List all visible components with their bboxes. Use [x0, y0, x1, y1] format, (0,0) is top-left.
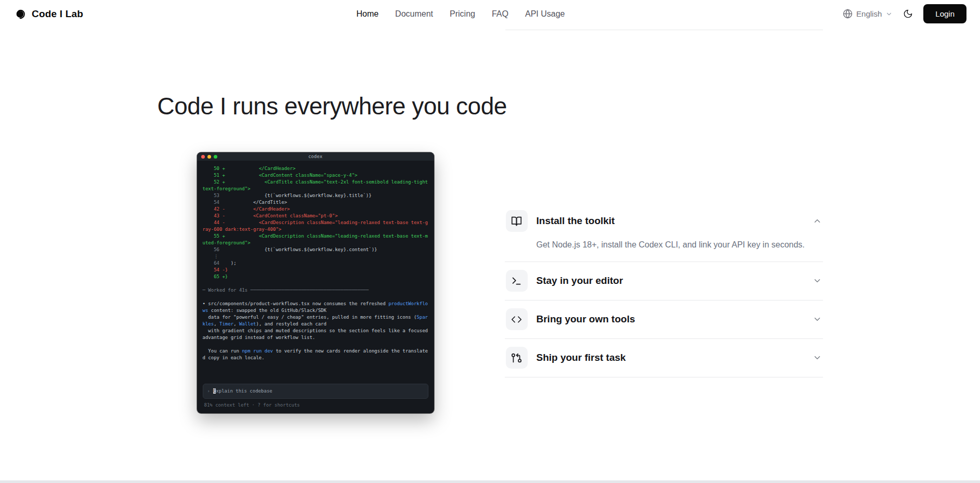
book-open-icon — [506, 210, 528, 232]
accordion-header-install[interactable]: Install the toolkit — [506, 210, 822, 232]
nav-item-home[interactable]: Home — [356, 9, 378, 19]
nav-item-api-usage[interactable]: API Usage — [525, 9, 565, 19]
chevron-down-icon[interactable] — [813, 315, 822, 324]
terminal-line: 64 ); — [203, 260, 428, 267]
chevron-up-icon[interactable] — [813, 216, 822, 226]
terminal-line: 43 - <CardContent className="pt-0"> — [203, 213, 428, 219]
terminal-line — [203, 341, 428, 348]
terminal-line: data for "powerful / easy / cheap" entri… — [203, 314, 428, 328]
accordion-title: Bring your own tools — [537, 314, 635, 325]
nav-item-pricing[interactable]: Pricing — [450, 9, 475, 19]
terminal-icon — [506, 270, 528, 292]
maximize-window-icon[interactable] — [214, 155, 217, 159]
accordion-title: Stay in your editor — [537, 275, 623, 286]
spiral-logo-icon — [14, 7, 27, 21]
terminal-line: 50 + </CardHeader> — [203, 165, 428, 172]
terminal-line: ⋮ — [203, 253, 428, 260]
terminal-line: with gradient chips and muted descriptio… — [203, 328, 428, 341]
terminal-line: 54 -} — [203, 267, 428, 273]
prompt-text: Explain this codebase — [213, 388, 272, 395]
moon-icon — [903, 9, 913, 19]
terminal-line: 51 + <CardContent className="space-y-4"> — [203, 172, 428, 179]
terminal-body: 50 + </CardHeader> 51 + <CardContent cla… — [197, 161, 434, 413]
terminal-line — [203, 280, 428, 287]
globe-icon — [843, 9, 853, 19]
next-section-edge — [0, 480, 980, 483]
theme-toggle[interactable] — [903, 9, 913, 19]
accordion-item-ship: Ship your first task — [505, 339, 823, 377]
terminal-line: 52 + <CardTitle className="text-2xl font… — [203, 179, 428, 192]
terminal-line: 55 + <CardDescription className="leading… — [203, 233, 428, 246]
terminal-window: codex 50 + </CardHeader> 51 + <CardConte… — [197, 152, 434, 413]
terminal-line: • src/components/product-workflows.tsx n… — [203, 301, 428, 314]
terminal-line: 65 +} — [203, 273, 428, 280]
brand-name: Code I Lab — [32, 8, 83, 20]
accordion-header-ship[interactable]: Ship your first task — [506, 347, 822, 369]
terminal-line: ─ Worked for 41s ───────────────────────… — [203, 287, 428, 294]
brand[interactable]: Code I Lab — [14, 7, 83, 21]
feature-accordion: Install the toolkit Get Node.js 18+, ins… — [505, 152, 823, 377]
terminal-line: 56 {t(`workflows.${workflow.key}.content… — [203, 246, 428, 253]
git-pull-request-icon — [506, 347, 528, 369]
terminal-line: 44 - <CardDescription className="leading… — [203, 219, 428, 233]
prompt-caret: › — [207, 388, 210, 395]
nav-item-faq[interactable]: FAQ — [492, 9, 508, 19]
nav-item-document[interactable]: Document — [395, 9, 433, 19]
terminal-line: 53 {t(`workflows.${workflow.key}.title`)… — [203, 192, 428, 199]
accordion-description: Get Node.js 18+, install the Codex CLI, … — [537, 239, 819, 251]
language-label: English — [856, 9, 882, 18]
close-window-icon[interactable] — [201, 155, 205, 159]
chevron-down-icon[interactable] — [813, 353, 822, 362]
terminal-line: 42 - </CardHeader> — [203, 206, 428, 213]
top-nav: Code I Lab Home Document Pricing FAQ API… — [0, 0, 980, 28]
accordion-item-tools: Bring your own tools — [505, 301, 823, 339]
accordion-item-install: Install the toolkit Get Node.js 18+, ins… — [505, 202, 823, 262]
window-controls[interactable] — [201, 155, 217, 159]
scrolled-section-divider — [505, 30, 823, 30]
terminal-titlebar: codex — [197, 152, 434, 161]
minimize-window-icon[interactable] — [207, 155, 211, 159]
terminal-prompt-input[interactable]: › Explain this codebase — [203, 384, 428, 399]
accordion-header-editor[interactable]: Stay in your editor — [506, 270, 822, 292]
accordion-item-editor: Stay in your editor — [505, 262, 823, 301]
terminal-line: 54 </CardTitle> — [203, 199, 428, 206]
main-nav: Home Document Pricing FAQ API Usage — [356, 9, 565, 19]
language-selector[interactable]: English — [843, 9, 893, 19]
page-title: Code I runs everywhere you code — [158, 92, 823, 120]
login-button[interactable]: Login — [923, 4, 966, 23]
terminal-demo: codex 50 + </CardHeader> 51 + <CardConte… — [197, 152, 434, 413]
accordion-title: Install the toolkit — [537, 215, 615, 227]
terminal-title: codex — [308, 154, 322, 159]
terminal-line: You can run npm run dev to verify the ne… — [203, 348, 428, 361]
terminal-line — [203, 294, 428, 301]
main-content: Code I runs everywhere you code codex 50… — [158, 92, 823, 413]
accordion-title: Ship your first task — [537, 352, 626, 363]
terminal-lines: 50 + </CardHeader> 51 + <CardContent cla… — [203, 165, 428, 361]
code-icon — [506, 308, 528, 330]
header-right: English Login — [843, 4, 966, 23]
terminal-status-bar: 81% context left · ? for shortcuts — [203, 399, 428, 409]
accordion-header-tools[interactable]: Bring your own tools — [506, 308, 822, 330]
chevron-down-icon[interactable] — [813, 276, 822, 285]
chevron-down-icon — [885, 10, 893, 18]
